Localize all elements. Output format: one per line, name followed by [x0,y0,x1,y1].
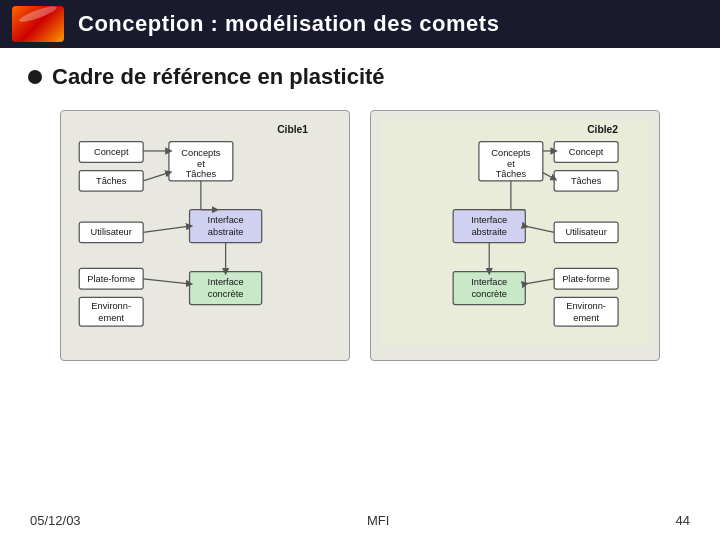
slide-title: Conception : modélisation des comets [78,11,499,37]
footer: 05/12/03 MFI 44 [0,513,720,528]
utilisateur-box-left: Utilisateur [91,227,132,237]
taches-box-right: Tâches [571,176,602,186]
concept-box-right: Concept [569,147,604,157]
cible1-label: Cible1 [277,124,308,135]
interface-abstraite-right: Interface [471,215,507,225]
taches-box-left: Tâches [96,176,127,186]
svg-text:concrète: concrète [471,289,507,299]
bullet-line: Cadre de référence en plasticité [28,64,692,90]
svg-text:concrète: concrète [208,289,244,299]
svg-text:Tâches: Tâches [496,169,527,179]
diagram-right: Cible2 Concept Tâches Utilisateur Plate-… [370,110,660,361]
interface-concrete-left: Interface [208,277,244,287]
svg-text:Tâches: Tâches [186,169,217,179]
svg-text:abstraite: abstraite [471,227,507,237]
diagrams-container: Cible1 Concept Tâches Utilisateur Plate-… [28,110,692,361]
interface-concrete-right: Interface [471,277,507,287]
bullet-text: Cadre de référence en plasticité [52,64,385,90]
svg-text:ement: ement [98,313,124,323]
footer-page: 44 [676,513,690,528]
svg-text:ement: ement [573,313,599,323]
concept-box-left: Concept [94,147,129,157]
main-content: Cadre de référence en plasticité Cible1 … [0,48,720,371]
plateforme-box-right: Plate-forme [562,274,610,284]
bullet-icon [28,70,42,84]
concepts-taches-center: Concepts [181,148,221,158]
header: Conception : modélisation des comets [0,0,720,48]
plateforme-box-left: Plate-forme [87,274,135,284]
footer-date: 05/12/03 [30,513,81,528]
diagram-left-svg: Cible1 Concept Tâches Utilisateur Plate-… [71,119,339,346]
environnement-box-right: Environn- [566,301,606,311]
concepts-taches-right: Concepts [491,148,531,158]
interface-abstraite-left: Interface [208,215,244,225]
diagram-left: Cible1 Concept Tâches Utilisateur Plate-… [60,110,350,361]
comet-logo [12,6,64,42]
cible2-label: Cible2 [587,124,618,135]
utilisateur-box-right: Utilisateur [566,227,607,237]
footer-center: MFI [367,513,389,528]
environnement-box-left: Environn- [91,301,131,311]
diagram-right-svg: Cible2 Concept Tâches Utilisateur Plate-… [381,119,649,346]
svg-text:abstraite: abstraite [208,227,244,237]
